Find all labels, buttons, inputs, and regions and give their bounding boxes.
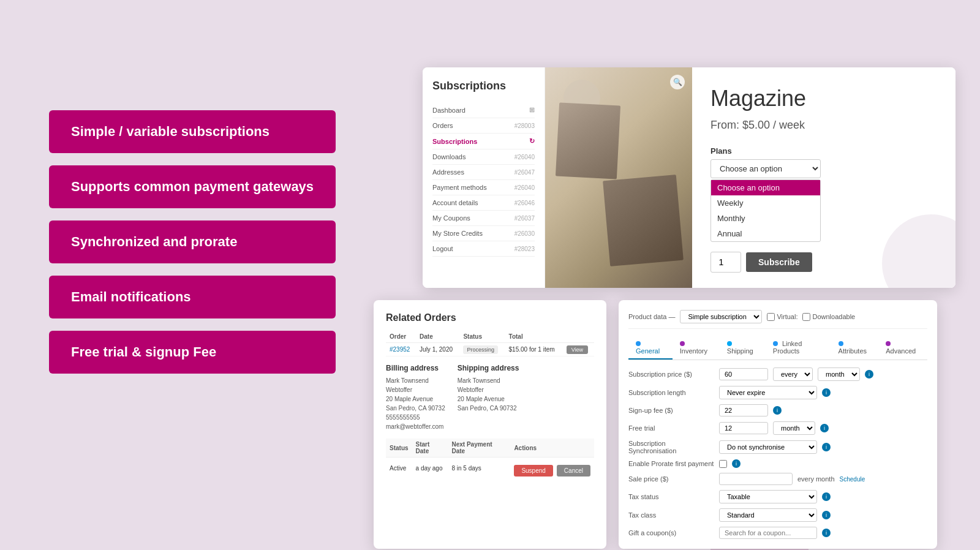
cancel-button[interactable]: Cancel [557, 465, 590, 477]
order-total: $15.00 for 1 item [505, 343, 563, 356]
feature-btn-simple-variable[interactable]: Simple / variable subscriptions [49, 110, 336, 153]
tab-attributes[interactable]: Attributes [831, 336, 879, 360]
signup-fee-input[interactable] [719, 404, 768, 416]
sub-status: Active [386, 458, 412, 480]
sub-menu-downloads[interactable]: Downloads #26040 [432, 149, 535, 165]
screenshots-area: Subscriptions Dashboard ⊞ Orders #28003 … [374, 18, 956, 545]
schedule-link[interactable]: Schedule [840, 476, 865, 483]
gift-coupon-info-icon[interactable]: i [822, 529, 831, 537]
tab-general[interactable]: General [628, 336, 673, 360]
sub-menu-payment-methods[interactable]: Payment methods #26040 [432, 180, 535, 195]
tax-status-info-icon[interactable]: i [822, 492, 831, 501]
linked-tab-dot [773, 341, 778, 346]
orders-table: Order Date Status Total #23952 July 1, 2… [386, 331, 594, 356]
sync-label: Subscription Synchronisation [628, 440, 714, 454]
sub-menu-store-credits[interactable]: My Store Credits #26030 [432, 226, 535, 241]
tax-class-label: Tax class [628, 511, 714, 519]
feature-btn-synchronized[interactable]: Synchronized and prorate [49, 220, 336, 263]
tax-class-select[interactable]: Standard [719, 508, 817, 522]
product-type-select[interactable]: Simple subscription [680, 310, 762, 323]
form-row-sale-price: Sale price ($) every month Schedule [628, 473, 927, 485]
sub-price-input[interactable] [719, 368, 768, 380]
sub-length-select[interactable]: Never expire [719, 386, 817, 399]
tax-status-select[interactable]: Taxable [719, 490, 817, 503]
prorate-checkbox[interactable] [719, 460, 727, 468]
suspend-button[interactable]: Suspend [514, 465, 552, 477]
sub-next-payment: 8 in 5 days [448, 458, 510, 480]
sub-menu-coupons[interactable]: My Coupons #26037 [432, 211, 535, 226]
bottom-row: Related Orders Order Date Status Total #… [374, 300, 937, 549]
subscriptions-icon: ↻ [529, 137, 535, 145]
plans-option-choose-open[interactable]: Choose an option [711, 180, 820, 195]
sync-info-icon[interactable]: i [822, 443, 831, 451]
gift-coupon-input[interactable] [719, 527, 817, 539]
sub-menu-logout[interactable]: Logout #28023 [432, 241, 535, 257]
order-number: #23952 [386, 343, 416, 356]
feature-btn-free-trial[interactable]: Free trial & signup Fee [49, 331, 336, 374]
billing-address-block: Billing address Mark Townsend Webtoffer … [386, 364, 445, 431]
free-trial-select[interactable]: month [773, 421, 815, 435]
plans-option-annual-open[interactable]: Annual [711, 226, 820, 241]
related-orders-title: Related Orders [386, 312, 594, 323]
plans-option-monthly-open[interactable]: Monthly [711, 211, 820, 226]
shipping-address-title: Shipping address [458, 364, 519, 372]
sub-price-every-select[interactable]: every [773, 367, 813, 381]
free-trial-info-icon[interactable]: i [820, 424, 829, 432]
sale-price-input[interactable] [719, 473, 793, 485]
downloadable-checkbox[interactable] [802, 313, 810, 321]
form-row-tax-status: Tax status Taxable i [628, 490, 927, 503]
features-section: Simple / variable subscriptions Supports… [49, 110, 336, 374]
sub-menu-account-details[interactable]: Account details #26046 [432, 195, 535, 211]
sub-menu-subscriptions[interactable]: Subscriptions ↻ [432, 134, 535, 149]
form-row-sync: Subscription Synchronisation Do not sync… [628, 440, 927, 454]
sub-price-label: Subscription price ($) [628, 371, 714, 378]
sub-price-period-select[interactable]: month [818, 367, 860, 381]
tab-linked-products[interactable]: Linked Products [766, 336, 831, 360]
free-trial-input[interactable] [719, 422, 768, 434]
plans-dropdown-open: Choose an option Weekly Monthly Annual [710, 179, 821, 242]
sub-menu-addresses[interactable]: Addresses #26047 [432, 165, 535, 180]
sub-menu-dashboard[interactable]: Dashboard ⊞ [432, 102, 535, 118]
sub-start-date: a day ago [412, 458, 448, 480]
billing-name: Mark Townsend [386, 377, 429, 384]
shipping-address-block: Shipping address Mark Townsend Webtoffer… [458, 364, 519, 431]
subscribe-button[interactable]: Subscribe [746, 252, 812, 272]
tax-class-info-icon[interactable]: i [822, 511, 831, 519]
sub-length-info-icon[interactable]: i [822, 388, 831, 397]
plans-option-weekly-open[interactable]: Weekly [711, 195, 820, 211]
general-tab-label: General [636, 347, 660, 355]
sub-price-info-icon[interactable]: i [865, 370, 873, 379]
signup-fee-info-icon[interactable]: i [773, 406, 782, 415]
billing-address-content: Mark Townsend Webtoffer 20 Maple Avenue … [386, 376, 445, 431]
tab-inventory[interactable]: Inventory [673, 336, 720, 360]
order-date: July 1, 2020 [416, 343, 459, 356]
virtual-checkbox[interactable] [767, 313, 775, 321]
sub-menu-logout-label: Logout [432, 245, 453, 252]
feature-btn-payment-gateways[interactable]: Supports common payment gateways [49, 165, 336, 208]
sale-price-label: Sale price ($) [628, 475, 714, 483]
sub-menu-orders[interactable]: Orders #28003 [432, 118, 535, 134]
feature-btn-email-notifications[interactable]: Email notifications [49, 276, 336, 318]
address-row: Billing address Mark Townsend Webtoffer … [386, 364, 594, 431]
credits-count: #26030 [514, 230, 535, 237]
subscriptions-panel-title: Subscriptions [432, 80, 535, 92]
tab-advanced[interactable]: Advanced [878, 336, 927, 360]
quantity-input[interactable] [710, 252, 741, 273]
magazine-details: Magazine From: $5.00 / week Plans Choose… [692, 67, 956, 288]
view-button[interactable]: View [567, 345, 588, 354]
magazine-photo-front [603, 175, 684, 266]
inventory-tab-label: Inventory [680, 347, 707, 355]
tab-shipping[interactable]: Shipping [720, 336, 766, 360]
sub-menu-credits-label: My Store Credits [432, 230, 483, 237]
tax-status-label: Tax status [628, 493, 714, 500]
plans-dropdown[interactable]: Choose an option Weekly Monthly Annual [710, 159, 821, 178]
prorate-info-icon[interactable]: i [732, 459, 741, 468]
sync-select[interactable]: Do not synchronise [719, 440, 817, 454]
sub-col-actions: Actions [510, 439, 594, 458]
downloads-count: #26040 [514, 154, 535, 160]
free-trial-label: Free trial [628, 424, 714, 432]
zoom-icon[interactable]: 🔍 [670, 75, 685, 89]
order-link[interactable]: #23952 [390, 346, 410, 353]
shipping-tab-label: Shipping [727, 347, 753, 355]
virtual-label: Virtual: [777, 313, 797, 320]
